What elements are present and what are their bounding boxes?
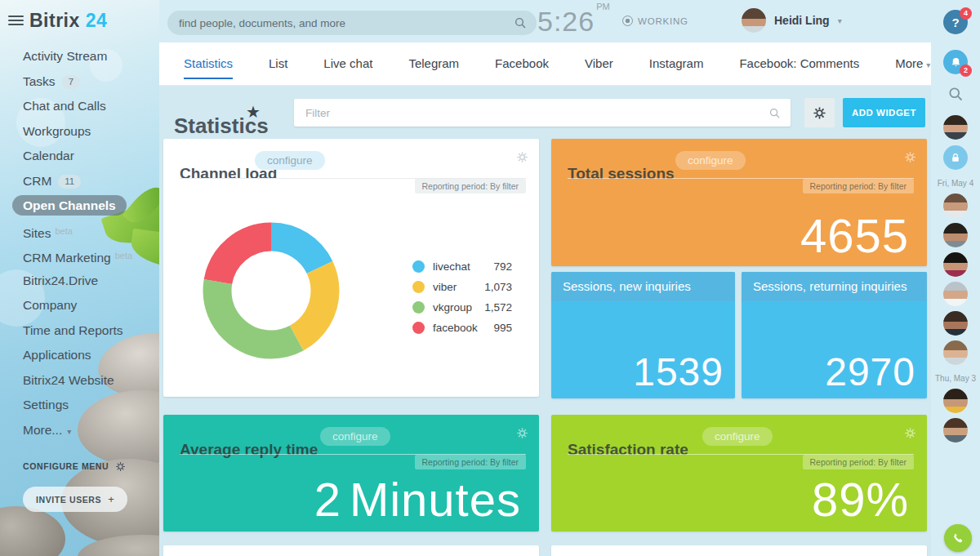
- search-icon[interactable]: [514, 16, 527, 29]
- avatar[interactable]: [943, 418, 968, 443]
- sidebar-item-crm[interactable]: CRM11: [0, 169, 159, 194]
- sidebar-item-calendar[interactable]: Calendar: [0, 144, 159, 169]
- avatar[interactable]: [943, 115, 968, 140]
- sidebar-item-label: Calendar: [23, 149, 74, 162]
- phone-call-button[interactable]: [944, 524, 972, 552]
- sidebar-item-time-and-reports[interactable]: Time and Reports: [0, 318, 159, 344]
- gear-icon[interactable]: [516, 427, 528, 439]
- chevron-down-icon: ▾: [67, 427, 71, 436]
- user-name: Heidi Ling: [774, 14, 830, 27]
- gear-icon: [115, 461, 126, 472]
- stone-decoration: [0, 506, 65, 556]
- sidebar-item-bitrix24-drive[interactable]: Bitrix24.Drive: [0, 269, 159, 294]
- filter-settings-button[interactable]: [804, 98, 835, 127]
- chart-legend: livechat792viber1,073vkgroup1,572faceboo…: [412, 256, 512, 338]
- gear-icon[interactable]: [904, 427, 916, 439]
- tab-telegram[interactable]: Telegram: [390, 42, 477, 85]
- tab-list[interactable]: List: [251, 42, 305, 85]
- search-icon[interactable]: [768, 107, 781, 119]
- global-search-input[interactable]: [177, 16, 514, 30]
- widget-channel-load: Channel load configure Reporting period:…: [163, 139, 539, 397]
- right-rail: ? 4 2 Fri, May 4Thu, May 3: [931, 0, 980, 556]
- sidebar-item-bitrix24-website[interactable]: Bitrix24 Website: [0, 368, 159, 394]
- sidebar-item-label: Settings: [23, 398, 69, 411]
- menu-hamburger-icon[interactable]: [8, 16, 24, 28]
- sidebar-item-applications[interactable]: Applications: [0, 343, 159, 368]
- filter-input[interactable]: [304, 106, 768, 120]
- help-button[interactable]: ? 4: [943, 10, 968, 34]
- rail-avatar-group: [943, 389, 968, 443]
- filter-bar[interactable]: [294, 99, 791, 127]
- sidebar-item-label: Company: [23, 298, 77, 312]
- configure-button[interactable]: configure: [675, 151, 746, 170]
- add-widget-button[interactable]: ADD WIDGET: [843, 98, 925, 127]
- sidebar-item-chat-and-calls[interactable]: Chat and Calls: [0, 94, 159, 119]
- tab-statistics[interactable]: Statistics: [166, 42, 251, 85]
- avatar[interactable]: [943, 389, 968, 413]
- tab-label: Telegram: [408, 56, 459, 70]
- tab-label: Statistics: [184, 56, 233, 70]
- average-reply-time-unit: Minutes: [350, 473, 521, 526]
- global-search-bar[interactable]: [167, 11, 537, 35]
- tab-more[interactable]: More▾: [877, 42, 931, 85]
- avatar[interactable]: [943, 193, 968, 218]
- plus-icon: +: [108, 493, 114, 505]
- legend-label: livechat: [433, 260, 493, 273]
- work-clock[interactable]: 5:26PM: [537, 6, 608, 38]
- gear-icon[interactable]: [904, 151, 916, 163]
- help-badge: 4: [960, 7, 972, 20]
- sidebar-item-activity-stream[interactable]: Activity Stream: [0, 44, 159, 69]
- tab-instagram[interactable]: Instagram: [631, 42, 722, 85]
- notifications-button[interactable]: 2: [943, 50, 968, 74]
- tab-facebook-comments[interactable]: Facebook: Comments: [721, 42, 877, 85]
- sidebar-item-crm-marketing[interactable]: CRM Marketingbeta: [0, 243, 159, 269]
- partial-widget: [551, 545, 927, 556]
- sidebar-item-tasks[interactable]: Tasks7: [0, 69, 159, 95]
- sidebar-item-label: CRM: [23, 174, 51, 188]
- working-status[interactable]: WORKING: [622, 16, 688, 26]
- sidebar-footer: CONFIGURE MENU INVITE USERS +: [0, 457, 159, 512]
- favorite-star-icon[interactable]: ★: [246, 102, 261, 122]
- sidebar-item-workgroups[interactable]: Workgroups: [0, 119, 159, 145]
- tab-live-chat[interactable]: Live chat: [305, 42, 390, 85]
- sidebar-item-open-channels[interactable]: Open Channels: [0, 193, 159, 219]
- tab-label: List: [269, 56, 287, 70]
- tab-viber[interactable]: Viber: [567, 42, 631, 85]
- gear-icon[interactable]: [516, 151, 528, 163]
- sidebar-item-label: CRM Marketing: [23, 251, 111, 265]
- status-label: WORKING: [638, 16, 688, 26]
- avatar[interactable]: [943, 223, 968, 247]
- sidebar-item-settings[interactable]: Settings: [0, 393, 159, 418]
- sidebar-item-label: Open Channels: [12, 195, 127, 216]
- legend-label: facebook: [433, 322, 493, 334]
- user-avatar[interactable]: [742, 8, 766, 33]
- configure-button[interactable]: configure: [320, 427, 390, 446]
- avatar[interactable]: [943, 282, 968, 306]
- lock-button[interactable]: [943, 145, 968, 170]
- configure-menu-button[interactable]: CONFIGURE MENU: [0, 457, 159, 475]
- average-reply-time-value: 2Minutes: [314, 476, 521, 523]
- avatar[interactable]: [943, 311, 968, 336]
- sidebar-item-company[interactable]: Company: [0, 293, 159, 318]
- configure-button[interactable]: configure: [702, 427, 773, 446]
- sidebar-item-more[interactable]: More...▾: [0, 418, 159, 443]
- legend-value: 1,073: [484, 281, 512, 293]
- tab-facebook[interactable]: Facebook: [477, 42, 567, 85]
- configure-button[interactable]: configure: [255, 151, 325, 170]
- chevron-down-icon: ▾: [926, 60, 930, 69]
- search-icon[interactable]: [947, 86, 964, 102]
- logo-text-accent: 24: [86, 10, 108, 31]
- tab-label: Facebook: Comments: [739, 56, 859, 70]
- avatar[interactable]: [943, 340, 968, 365]
- sidebar-item-sites[interactable]: Sitesbeta: [0, 219, 159, 244]
- tab-label: Instagram: [649, 56, 704, 70]
- user-menu[interactable]: Heidi Ling ▾: [742, 8, 842, 33]
- sidebar-item-label: Chat and Calls: [23, 99, 106, 113]
- legend-dot: [412, 281, 425, 293]
- sessions-new-value: 1539: [633, 353, 724, 392]
- satisfaction-rate-value: 89%: [812, 476, 909, 523]
- avatar[interactable]: [943, 252, 968, 277]
- bitrix24-logo[interactable]: Bitrix 24: [29, 10, 107, 32]
- top-bar: Bitrix 24 5:26PM WORKING Heidi Ling ▾: [0, 0, 980, 42]
- invite-users-button[interactable]: INVITE USERS +: [23, 487, 127, 512]
